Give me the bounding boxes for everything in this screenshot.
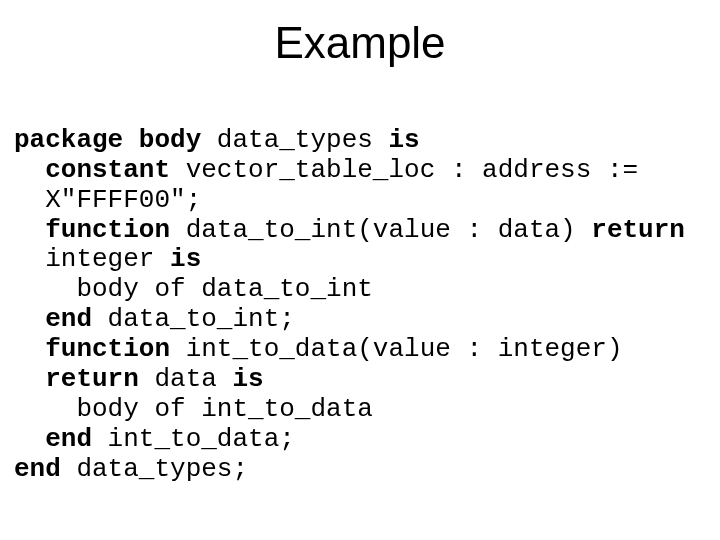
code-text: int_to_data; <box>92 424 295 454</box>
code-line: package body data_types is <box>14 125 420 155</box>
code-line: constant vector_table_loc : address := X… <box>14 156 706 216</box>
keyword: is <box>170 244 201 274</box>
slide: Example package body data_types is const… <box>0 0 720 540</box>
code-text: data_types <box>201 125 388 155</box>
code-line: end int_to_data; <box>14 425 706 455</box>
code-text: body of data_to_int <box>76 274 372 304</box>
code-line: body of int_to_data <box>14 395 706 425</box>
keyword: package body <box>14 125 201 155</box>
keyword: is <box>388 125 419 155</box>
code-text: data_types; <box>61 454 248 484</box>
code-text: body of int_to_data <box>76 394 372 424</box>
keyword: function <box>45 334 170 364</box>
keyword: return <box>45 364 139 394</box>
code-text: int_to_data(value : integer) <box>170 334 638 364</box>
keyword: end <box>14 454 61 484</box>
code-line: end data_types; <box>14 454 248 484</box>
code-line: body of data_to_int <box>14 275 706 305</box>
keyword: constant <box>45 155 170 185</box>
keyword: function <box>45 215 170 245</box>
keyword: end <box>45 424 92 454</box>
code-text: data <box>139 364 233 394</box>
code-line: end data_to_int; <box>14 305 706 335</box>
code-line: function int_to_data(value : integer) re… <box>14 335 706 395</box>
code-block: package body data_types is constant vect… <box>14 96 706 514</box>
slide-title: Example <box>14 18 706 68</box>
keyword: end <box>45 304 92 334</box>
keyword: return <box>591 215 685 245</box>
keyword: is <box>232 364 263 394</box>
code-line: function data_to_int(value : data) retur… <box>14 216 706 276</box>
code-text: data_to_int; <box>92 304 295 334</box>
code-text: data_to_int(value : data) <box>170 215 591 245</box>
